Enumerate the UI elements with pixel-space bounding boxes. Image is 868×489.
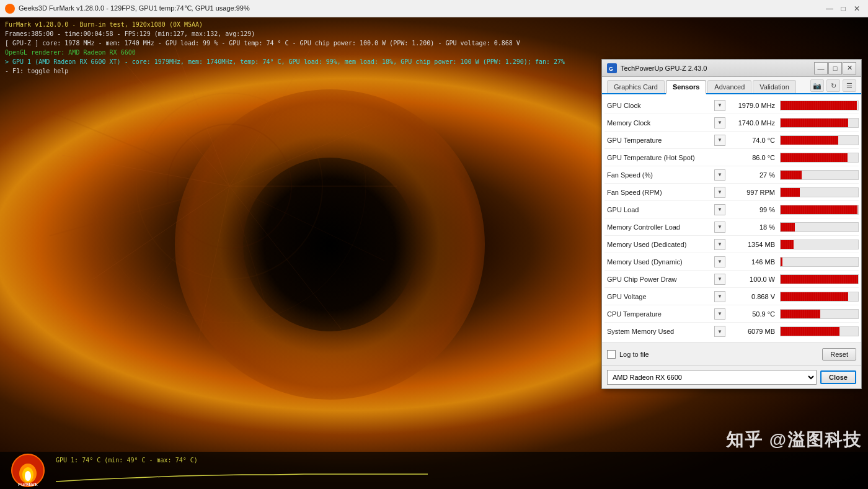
sensor-row-3: GPU Temperature (Hot Spot) 86.0 °C — [604, 149, 859, 166]
temp-label: GPU 1: 74° C (min: 49° C - max: 74° C) — [56, 457, 794, 464]
sensor-name-wrapper-12: CPU Temperature ▼ — [604, 308, 725, 320]
sensor-dropdown-8[interactable]: ▼ — [714, 239, 725, 250]
furmark-close-button[interactable]: ✕ — [851, 2, 863, 15]
tab-graphics-card[interactable]: Graphics Card — [607, 80, 665, 93]
sensor-bar-13 — [781, 327, 839, 336]
sensor-name-11: GPU Voltage — [604, 293, 714, 300]
gpuz-gpu-row: AMD Radeon RX 6600 Close — [602, 366, 861, 388]
sensor-name-12: CPU Temperature — [604, 310, 714, 318]
sensor-value-0: 1979.0 MHz — [728, 102, 777, 109]
gpuz-maximize-button[interactable]: □ — [828, 62, 842, 74]
log-label: Log to file — [619, 351, 822, 358]
sensor-row-8: Memory Used (Dedicated) ▼ 1354 MB — [604, 236, 859, 253]
gpu-select[interactable]: AMD Radeon RX 6600 — [607, 370, 817, 385]
sensor-value-5: 997 RPM — [728, 189, 777, 196]
sensor-name-7: Memory Controller Load — [604, 223, 714, 231]
sensor-row-2: GPU Temperature ▼ 74.0 °C — [604, 132, 859, 149]
gpuz-window: G TechPowerUp GPU-Z 2.43.0 — □ ✕ Graphic… — [601, 59, 862, 389]
furmark-title: Geeks3D FurMark v1.28.0.0 - 129FPS, GPU1… — [19, 4, 823, 12]
sensor-bar-container-4 — [780, 170, 859, 180]
sensor-name-5: Fan Speed (RPM) — [604, 189, 714, 196]
sensor-dropdown-10[interactable]: ▼ — [714, 274, 725, 285]
svg-line-0 — [124, 62, 229, 186]
svg-line-1 — [62, 155, 229, 186]
furmark-line-4: OpenGL renderer: AMD Radeon RX 6600 — [5, 48, 565, 57]
sensor-bar-7 — [781, 223, 795, 231]
sensor-name-wrapper-9: Memory Used (Dynamic) ▼ — [604, 256, 725, 267]
close-button[interactable]: Close — [820, 370, 856, 384]
sensor-bar-container-0 — [780, 101, 859, 110]
sensor-row-4: Fan Speed (%) ▼ 27 % — [604, 166, 859, 184]
sensor-dropdown-4[interactable]: ▼ — [714, 169, 725, 181]
sensor-dropdown-2[interactable]: ▼ — [714, 135, 725, 146]
watermark: 知乎 @溢图科技 — [726, 428, 862, 452]
svg-line-3 — [198, 186, 229, 341]
sensor-value-10: 100.0 W — [728, 276, 777, 283]
sensor-bar-4 — [781, 171, 802, 179]
sensor-dropdown-5[interactable]: ▼ — [714, 187, 725, 198]
svg-line-4 — [229, 186, 341, 329]
furmark-maximize-button[interactable]: □ — [837, 2, 849, 15]
sensor-row-9: Memory Used (Dynamic) ▼ 146 MB — [604, 253, 859, 271]
sensor-name-wrapper-7: Memory Controller Load ▼ — [604, 222, 725, 233]
svg-text:G: G — [609, 66, 613, 72]
sensor-bar-10 — [781, 275, 858, 284]
reset-button[interactable]: Reset — [822, 348, 856, 361]
furmark-titlebar: Geeks3D FurMark v1.28.0.0 - 129FPS, GPU1… — [0, 0, 868, 17]
gpuz-close-button[interactable]: ✕ — [843, 62, 856, 74]
sensor-bar-5 — [781, 188, 800, 197]
svg-line-2 — [93, 186, 229, 279]
svg-line-12 — [229, 186, 384, 261]
sensor-bar-2 — [781, 136, 838, 145]
svg-text:FurMark: FurMark — [18, 482, 38, 487]
sensor-name-4: Fan Speed (%) — [604, 171, 714, 179]
sensor-bar-11 — [781, 292, 848, 301]
sensor-row-5: Fan Speed (RPM) ▼ 997 RPM — [604, 184, 859, 201]
furmark-line-2: Frames:385:00 - time:00:04:58 - FPS:129 … — [5, 29, 565, 38]
log-checkbox[interactable] — [607, 350, 616, 359]
furmark-line-6: - F1: toggle help — [5, 66, 565, 76]
sensor-value-13: 6079 MB — [728, 328, 777, 335]
sensor-value-1: 1740.0 MHz — [728, 119, 777, 127]
furmark-win-controls: — □ ✕ — [823, 2, 863, 15]
sensor-value-7: 18 % — [728, 223, 777, 231]
tab-icons: 📷 ↻ ☰ — [810, 79, 856, 93]
menu-icon-button[interactable]: ☰ — [843, 79, 856, 92]
sensor-name-wrapper-4: Fan Speed (%) ▼ — [604, 169, 725, 181]
sensor-value-9: 146 MB — [728, 258, 777, 266]
sensor-name-13: System Memory Used — [604, 328, 714, 335]
furmark-line-3: [ GPU-Z ] core: 1978 MHz - mem: 1740 MHz… — [5, 38, 565, 48]
sensor-dropdown-1[interactable]: ▼ — [714, 117, 725, 128]
tab-sensors[interactable]: Sensors — [666, 80, 706, 94]
sensor-dropdown-13[interactable]: ▼ — [714, 326, 725, 337]
sensor-bar-container-6 — [780, 205, 859, 215]
camera-icon-button[interactable]: 📷 — [810, 79, 824, 92]
sensor-bar-container-9 — [780, 257, 859, 267]
tab-advanced[interactable]: Advanced — [707, 80, 751, 93]
svg-line-11 — [229, 186, 279, 348]
sensor-dropdown-7[interactable]: ▼ — [714, 222, 725, 233]
sensor-bar-1 — [781, 119, 848, 127]
sensor-row-10: GPU Chip Power Draw ▼ 100.0 W — [604, 271, 859, 288]
sensor-value-8: 1354 MB — [728, 241, 777, 248]
sensor-dropdown-9[interactable]: ▼ — [714, 256, 725, 267]
gpuz-minimize-button[interactable]: — — [814, 62, 828, 74]
sensor-name-2: GPU Temperature — [604, 137, 714, 144]
gpuz-win-controls: — □ ✕ — [814, 62, 856, 74]
gpuz-app-icon: G — [607, 63, 617, 73]
refresh-icon-button[interactable]: ↻ — [826, 79, 840, 92]
sensor-row-0: GPU Clock ▼ 1979.0 MHz — [604, 97, 859, 114]
sensor-name-3: GPU Temperature (Hot Spot) — [604, 154, 714, 161]
temp-chart: GPU 1: 74° C (min: 49° C - max: 74° C) — [56, 457, 794, 485]
sensor-dropdown-6[interactable]: ▼ — [714, 204, 725, 215]
furmark-minimize-button[interactable]: — — [823, 2, 836, 15]
sensor-name-wrapper-3: GPU Temperature (Hot Spot) — [604, 154, 725, 161]
sensor-dropdown-11[interactable]: ▼ — [714, 291, 725, 302]
furmark-logo: FurMark — [6, 455, 50, 486]
sensor-bar-12 — [781, 310, 820, 318]
sensor-dropdown-0[interactable]: ▼ — [714, 100, 725, 111]
sensor-dropdown-12[interactable]: ▼ — [714, 308, 725, 320]
bottom-bar: FurMark GPU 1: 74° C (min: 49° C - max: … — [0, 452, 868, 489]
sensor-name-wrapper-1: Memory Clock ▼ — [604, 117, 725, 128]
tab-validation[interactable]: Validation — [753, 80, 796, 93]
